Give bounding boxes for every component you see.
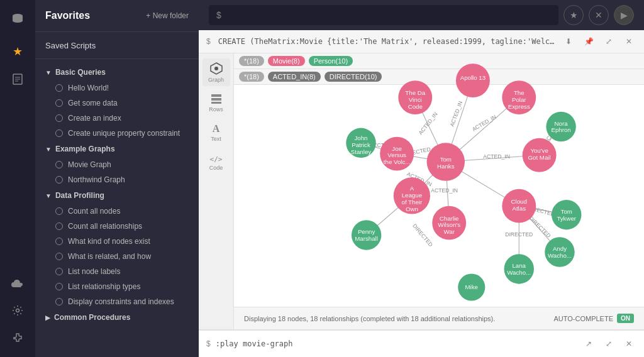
item-label: Hello World! (68, 84, 109, 92)
expand-bottom-button[interactable]: ⤢ (601, 336, 616, 351)
item-label: Create unique property constraint (68, 129, 180, 138)
section-label-procedures: Common Procedures (54, 313, 130, 322)
tab-code[interactable]: </> Code (203, 149, 230, 177)
expand-button[interactable]: ⤢ (601, 34, 616, 49)
status-text: Displaying 18 nodes, 18 relationships (c… (244, 315, 495, 322)
node-league[interactable] (394, 177, 430, 214)
node-joe-versus[interactable] (380, 137, 414, 171)
node-andy-wachowski[interactable] (545, 237, 574, 266)
sidebar-content: Basic Queries Hello World! Get some data… (35, 59, 199, 357)
example-graphs-items: Movie Graph Northwind Graph (35, 157, 199, 187)
favorites-icon[interactable]: ★ (6, 40, 29, 63)
section-arrow-examples (45, 146, 52, 153)
item-dot (55, 268, 63, 275)
autocomplete-toggle[interactable]: AUTO-COMPLETE ON (553, 314, 634, 323)
item-label: Get some data (68, 99, 118, 107)
sidebar-item-node-kinds[interactable]: What kind of nodes exist (35, 234, 199, 249)
node-apollo13[interactable] (456, 63, 490, 97)
icon-bar: ★ (0, 0, 35, 357)
cloud-icon[interactable] (6, 272, 29, 294)
sidebar-title: Favorites (45, 10, 90, 21)
node-charlie-wilsons-war[interactable] (432, 206, 466, 240)
download-button[interactable]: ⬇ (561, 34, 576, 49)
node-lana-wachowski[interactable] (504, 254, 534, 283)
node-penny-marshall[interactable] (352, 220, 381, 250)
new-folder-button[interactable]: + New folder (146, 11, 189, 20)
sidebar-item-node-labels[interactable]: List node labels (35, 264, 199, 279)
result-prompt: $ (206, 37, 211, 46)
sidebar-item-relationship-types[interactable]: List relationship types (35, 279, 199, 294)
main-content: $ ★ ✕ ▶ $ CREATE (TheMatrix:Movie {title… (199, 0, 644, 357)
saved-scripts-section: Saved Scripts (35, 32, 199, 59)
tab-rows[interactable]: Rows (203, 89, 230, 116)
tab-text-label: Text (211, 136, 221, 142)
svg-text:ACTED_IN: ACTED_IN (471, 114, 497, 133)
query-input[interactable] (226, 10, 551, 20)
node-tom-hanks[interactable] (427, 143, 465, 180)
item-label: Display constraints and indexes (68, 297, 174, 306)
item-label: What kind of nodes exist (68, 237, 150, 246)
item-dot (55, 99, 63, 107)
svg-text:DIRECTED: DIRECTED (411, 222, 434, 248)
item-dot (55, 84, 63, 92)
tab-text[interactable]: A Text (203, 119, 230, 146)
close-button[interactable]: ✕ (589, 5, 609, 25)
view-tabs: Graph Rows A Text </> Code (199, 53, 234, 329)
sidebar-item-display-constraints[interactable]: Display constraints and indexes (35, 294, 199, 309)
node-tom-tykwer[interactable] (552, 200, 581, 229)
sidebar-item-what-related[interactable]: What is related, and how (35, 249, 199, 264)
section-example-graphs[interactable]: Example Graphs (35, 141, 199, 157)
play-button[interactable]: ▶ (614, 5, 634, 25)
node-youve-got-mail[interactable] (523, 138, 557, 172)
close-bottom-button[interactable]: ✕ (621, 336, 636, 351)
node-cloud-atlas[interactable] (502, 189, 536, 223)
tab-rows-label: Rows (209, 106, 223, 113)
item-dot (55, 176, 63, 184)
svg-rect-9 (211, 98, 221, 101)
node-mike[interactable] (458, 273, 485, 300)
sidebar-header: Favorites + New folder (35, 0, 199, 32)
graph-svg-container[interactable]: ACTED_IN ACTED_IN ACTED_IN ACTED_IN ACTE… (234, 53, 644, 304)
star-button[interactable]: ★ (564, 5, 584, 25)
item-label: Movie Graph (68, 160, 111, 169)
item-dot (55, 114, 63, 122)
section-label-basic: Basic Queries (55, 68, 106, 77)
tab-graph[interactable]: Graph (203, 58, 230, 86)
autocomplete-label: AUTO-COMPLETE (553, 315, 613, 322)
bottom-panel: $ :play movie-graph ↗ ⤢ ✕ (199, 329, 644, 357)
section-data-profiling[interactable]: Data Profiling (35, 187, 199, 204)
pin-button[interactable]: 📌 (581, 34, 596, 49)
svg-rect-8 (211, 94, 221, 97)
sidebar-item-movie-graph[interactable]: Movie Graph (35, 157, 199, 172)
item-label: List node labels (68, 267, 120, 276)
sidebar-item-hello-world[interactable]: Hello World! (35, 80, 199, 96)
node-john-patrick[interactable] (346, 128, 375, 158)
sidebar-item-count-nodes[interactable]: Count all nodes (35, 204, 199, 219)
section-arrow-profiling (45, 192, 52, 199)
node-polar-express[interactable] (502, 80, 536, 114)
item-label: List relationship types (68, 282, 140, 291)
share-button[interactable]: ↗ (581, 336, 596, 351)
sidebar-item-count-relationships[interactable]: Count all relationships (35, 219, 199, 234)
node-da-vinci[interactable] (398, 80, 432, 114)
section-common-procedures[interactable]: Common Procedures (35, 309, 199, 326)
autocomplete-state[interactable]: ON (617, 314, 634, 323)
gear-icon[interactable] (6, 299, 29, 322)
sidebar-item-northwind[interactable]: Northwind Graph (35, 172, 199, 187)
item-dot (55, 222, 63, 230)
section-basic-queries[interactable]: Basic Queries (35, 64, 199, 80)
sidebar-item-get-some-data[interactable]: Get some data (35, 96, 199, 111)
node-nora-ephron[interactable] (546, 112, 575, 141)
sidebar-item-create-index[interactable]: Create an index (35, 111, 199, 126)
item-dot (55, 238, 63, 245)
svg-rect-10 (211, 102, 221, 104)
puzzle-icon[interactable] (6, 327, 29, 349)
document-icon[interactable] (6, 68, 29, 91)
bottom-query-text: :play movie-graph (216, 339, 576, 348)
section-label-profiling: Data Profiling (55, 191, 104, 200)
close-result-button[interactable]: ✕ (621, 34, 636, 49)
sidebar-item-create-unique[interactable]: Create unique property constraint (35, 126, 199, 141)
item-dot (55, 283, 63, 290)
database-icon[interactable] (6, 8, 29, 30)
svg-text:ACTED_IN: ACTED_IN (417, 111, 438, 136)
